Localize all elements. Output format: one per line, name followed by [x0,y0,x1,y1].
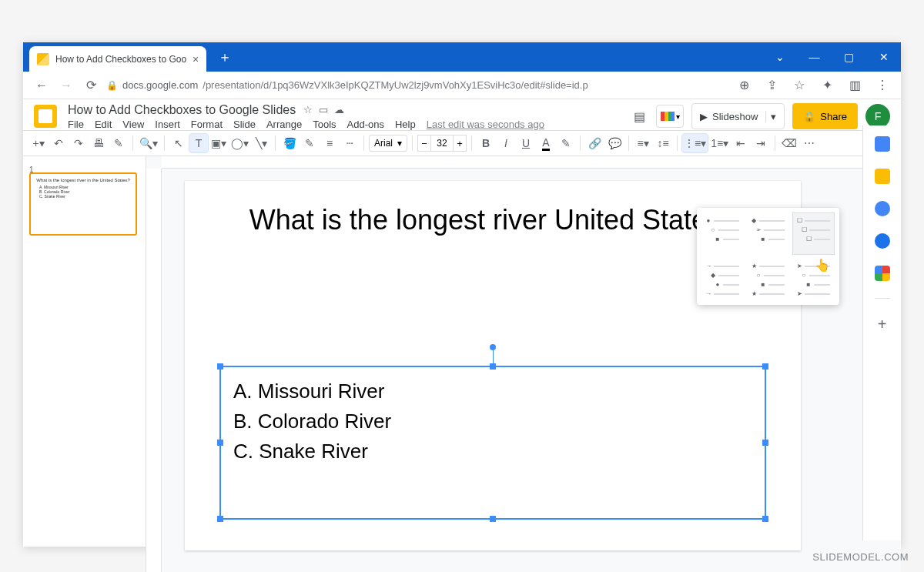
new-tab-button[interactable]: ＋ [214,46,236,68]
zoom-fit-button[interactable]: 🔍▾ [138,134,159,152]
menu-edit[interactable]: Edit [95,119,112,130]
share-url-icon[interactable]: ⇪ [762,76,781,95]
watermark: SLIDEMODEL.COM [812,551,909,563]
meet-button[interactable]: ▾ [656,105,684,128]
bullet-style-diamond[interactable]: ◆ ➢ ■ [747,212,789,255]
resize-handle[interactable] [762,516,768,522]
maps-icon[interactable] [875,266,890,281]
cloud-icon[interactable]: ☁ [334,104,344,115]
browser-menu-icon[interactable]: ⋮ [873,76,892,95]
line-spacing-button[interactable]: ↕≡ [654,134,672,152]
underline-button[interactable]: U [517,134,535,152]
slideshow-button[interactable]: ▶Slideshow▾ [691,103,785,129]
border-color-button[interactable]: ✎ [300,134,319,152]
resize-handle[interactable] [490,363,496,370]
shape-tool[interactable]: ◯▾ [229,134,250,152]
minimize-icon[interactable]: — [797,42,832,72]
doc-title[interactable]: How to Add Checkboxes to Google Slides [68,103,296,117]
close-window-icon[interactable]: ✕ [866,42,901,72]
print-button[interactable]: 🖶 [89,134,108,152]
menu-file[interactable]: File [68,119,84,130]
star-icon[interactable]: ☆ [303,104,313,115]
font-select[interactable]: Arial▾ [369,135,407,152]
google-side-panel: + [862,125,901,540]
more-tools-button[interactable]: ⋯ [800,134,819,152]
url-text[interactable]: 🔒 docs.google.com/presentation/d/1pq36Wz… [106,79,728,91]
option-c[interactable]: C. Snake River [233,437,752,467]
resize-handle[interactable] [762,363,768,370]
undo-button[interactable]: ↶ [49,134,68,152]
redo-button[interactable]: ↷ [69,134,88,152]
italic-button[interactable]: I [497,134,515,152]
option-a[interactable]: A. Missouri River [233,376,752,406]
forward-button[interactable]: → [57,76,75,95]
numbered-list-button[interactable]: 1≡▾ [709,134,730,152]
menu-insert[interactable]: Insert [155,119,180,130]
calendar-icon[interactable] [875,136,890,152]
option-b[interactable]: B. Colorado River [233,406,752,437]
extensions-icon[interactable]: ✦ [818,76,836,95]
reload-button[interactable]: ⟳ [82,76,100,95]
border-weight-button[interactable]: ≡ [320,134,339,152]
bulleted-list-button[interactable]: ⋮≡▾ [682,134,708,152]
image-tool[interactable]: ▣▾ [209,134,228,152]
bullet-style-star[interactable]: ★ ○ ■ ★ [747,258,789,300]
window-controls: ⌄ — ▢ ✕ [762,42,901,72]
tasks-icon[interactable] [875,201,890,216]
bullet-style-checkbox[interactable]: ☐ ☐ ☐ [792,212,835,255]
contacts-icon[interactable] [875,233,890,249]
insert-link-button[interactable]: 🔗 [585,134,604,152]
bullet-style-arrow[interactable]: → ◆ ● → [701,258,744,300]
menu-addons[interactable]: Add-ons [347,119,384,130]
indent-button[interactable]: ⇥ [752,134,770,152]
textbox-tool[interactable]: T [189,134,208,152]
chevron-down-icon[interactable]: ⌄ [762,42,797,72]
maximize-icon[interactable]: ▢ [832,42,866,72]
menu-arrange[interactable]: Arrange [266,119,302,130]
font-size-decrease[interactable]: − [417,135,431,152]
text-color-button[interactable]: A [537,134,555,152]
resize-handle[interactable] [490,516,496,522]
slides-logo-icon[interactable] [34,105,57,128]
last-edit-link[interactable]: Last edit was seconds ago [427,119,544,130]
bold-button[interactable]: B [477,134,495,152]
align-button[interactable]: ≡▾ [634,134,652,152]
resize-handle[interactable] [217,516,223,522]
outdent-button[interactable]: ⇤ [732,134,750,152]
menu-slide[interactable]: Slide [233,119,256,130]
bookmark-icon[interactable]: ☆ [790,76,808,95]
line-tool[interactable]: ╲▾ [252,134,270,152]
highlight-button[interactable]: ✎ [557,134,575,152]
resize-handle[interactable] [217,440,223,446]
share-button[interactable]: 🔒Share [792,103,858,129]
resize-handle[interactable] [762,440,768,446]
font-size-value[interactable]: 32 [431,135,453,152]
select-tool[interactable]: ↖ [169,134,188,152]
menu-help[interactable]: Help [395,119,416,130]
rotate-handle[interactable] [490,344,496,350]
paint-format-button[interactable]: ✎ [109,134,128,152]
border-dash-button[interactable]: ┄ [340,134,359,152]
selected-textbox[interactable]: A. Missouri River B. Colorado River C. S… [219,366,766,520]
url-host: docs.google.com [122,79,198,91]
fill-color-button[interactable]: 🪣 [280,134,299,152]
menu-tools[interactable]: Tools [313,119,336,130]
font-size-increase[interactable]: + [453,135,467,152]
menu-view[interactable]: View [122,119,144,130]
browser-tab[interactable]: How to Add Checkboxes to Goo × [29,46,206,72]
new-slide-button[interactable]: +▾ [29,134,48,152]
add-addon-icon[interactable]: + [878,316,887,333]
close-tab-icon[interactable]: × [192,53,199,65]
menu-format[interactable]: Format [191,119,223,130]
side-panel-icon[interactable]: ▥ [845,76,864,95]
insert-comment-button[interactable]: 💬 [605,134,624,152]
back-button[interactable]: ← [32,76,51,95]
clear-formatting-button[interactable]: ⌫ [780,134,798,152]
resize-handle[interactable] [217,363,223,370]
keep-icon[interactable] [875,169,890,184]
slide-thumbnail[interactable]: What is the longest river in the United … [29,172,137,236]
move-icon[interactable]: ▭ [319,104,328,115]
comments-icon[interactable]: ▤ [630,107,648,125]
bullet-style-disc[interactable]: ● ○ ■ [701,212,744,255]
zoom-icon[interactable]: ⊕ [735,76,753,95]
